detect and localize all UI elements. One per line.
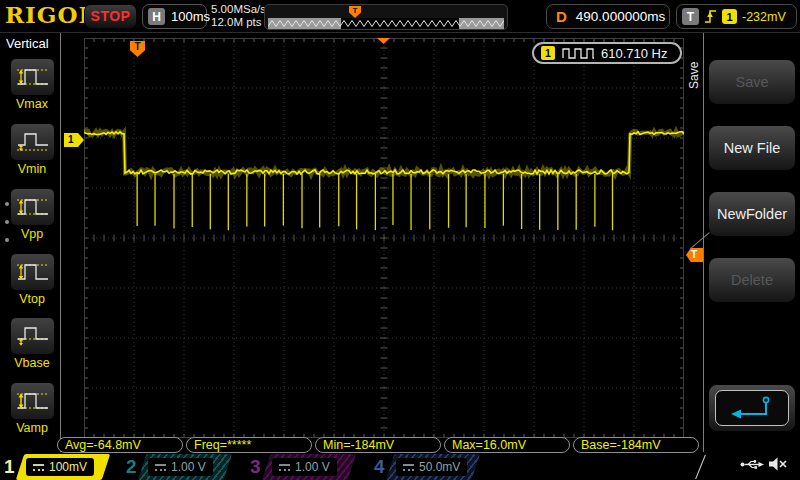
horizontal-timebase-box: H 100ms: [142, 4, 207, 29]
back-button[interactable]: [708, 384, 796, 432]
trigger-source-badge: 1: [722, 9, 737, 24]
dc-coupling-icon: [155, 464, 166, 471]
channel1-waveform: [84, 38, 684, 438]
dc-coupling-icon: [33, 464, 44, 471]
return-arrow-icon: [715, 390, 789, 426]
dc-coupling-icon: [403, 464, 414, 471]
save-button[interactable]: Save: [708, 59, 796, 105]
channel1-scale: 100mV: [26, 458, 94, 476]
menu-item-vmin[interactable]: [10, 123, 55, 161]
sample-rate: 5.00MSa/s: [211, 3, 266, 16]
menu-item-vmax-label: Vmax: [0, 97, 64, 111]
menu-item-vbase[interactable]: [10, 317, 55, 355]
memory-depth: 12.0M pts: [211, 16, 266, 29]
run-state-indicator[interactable]: STOP: [84, 4, 137, 29]
left-menu-title: Vertical: [6, 36, 49, 51]
menu-item-vamp-label: Vamp: [0, 421, 64, 435]
preview-wave-icon: [268, 18, 504, 29]
vmin-icon: [15, 130, 51, 154]
menu-item-vbase-label: Vbase: [0, 356, 64, 370]
delete-button[interactable]: Delete: [708, 257, 796, 303]
vmax-icon: [15, 65, 51, 89]
new-file-button[interactable]: New File: [708, 125, 796, 171]
freq-counter-channel-badge: 1: [541, 46, 555, 60]
menu-item-vtop-label: Vtop: [0, 292, 64, 306]
frequency-counter: 1 610.710 Hz: [532, 42, 682, 64]
vamp-icon: [15, 389, 51, 413]
menu-item-vmax[interactable]: [10, 58, 55, 96]
acquisition-info: 5.00MSa/s 12.0M pts: [211, 3, 266, 29]
usb-icon: [740, 457, 765, 472]
freq-counter-value: 610.710 Hz: [601, 46, 668, 61]
menu-item-vmin-label: Vmin: [0, 162, 64, 176]
channel2-scale: 1.00 V: [148, 458, 213, 476]
horizontal-icon: H: [148, 8, 165, 25]
vtop-icon: [15, 260, 51, 284]
square-wave-icon: [561, 47, 595, 60]
delay-icon: D: [556, 8, 567, 25]
delay-value: 490.000000ms: [576, 9, 665, 24]
waveform-preview-strip: T: [264, 4, 508, 30]
measurement-freq: Freq=*****: [186, 437, 312, 453]
right-menu-notch: [690, 232, 711, 249]
menu-item-vtop[interactable]: [10, 253, 55, 291]
dc-coupling-icon: [279, 464, 290, 471]
right-menu-border: [703, 33, 704, 452]
measurement-max: Max=16.0mV: [444, 437, 570, 453]
measurement-min: Min=-184mV: [315, 437, 441, 453]
rising-edge-icon: [704, 8, 717, 25]
channel2-tab[interactable]: 2: [126, 454, 137, 480]
measurement-avg: Avg=-64.8mV: [57, 437, 183, 453]
rigol-logo: RIGOL: [5, 1, 96, 28]
trigger-level-marker: T: [686, 248, 703, 262]
menu-page-dot: [5, 220, 9, 224]
menu-page-dot: [5, 238, 9, 242]
menu-item-vamp[interactable]: [10, 382, 55, 420]
channel2-scale-value: 1.00 V: [171, 460, 206, 474]
speaker-muted-icon: [767, 456, 789, 472]
status-divider: [695, 455, 706, 479]
channel4-tab[interactable]: 4: [374, 454, 385, 480]
right-menu-tab: Save: [687, 44, 702, 106]
channel1-scale-value: 100mV: [49, 460, 87, 474]
menu-item-vpp-label: Vpp: [0, 227, 64, 241]
oscilloscope-screen: RIGOL STOP H 100ms 5.00MSa/s 12.0M pts T…: [0, 0, 800, 480]
channel4-scale: 50.0mV: [396, 458, 467, 476]
menu-item-vpp[interactable]: [10, 188, 55, 226]
menu-page-dot: [5, 202, 9, 206]
measurement-base: Base=-184mV: [573, 437, 699, 453]
channel4-scale-value: 50.0mV: [419, 460, 460, 474]
new-folder-button[interactable]: NewFolder: [708, 191, 796, 237]
preview-trigger-marker: T: [349, 6, 361, 18]
topbar-divider: [0, 32, 800, 33]
trigger-readout-box: T 1 -232mV: [676, 4, 797, 29]
delay-readout-box: D 490.000000ms: [546, 4, 670, 29]
trigger-icon: T: [682, 8, 699, 25]
left-menu-border: [60, 33, 61, 452]
trigger-level-value: -232mV: [742, 10, 786, 24]
vbase-icon: [15, 324, 51, 348]
vpp-icon: [15, 195, 51, 219]
channel3-tab[interactable]: 3: [250, 454, 261, 480]
channel1-level-marker: 1: [64, 133, 84, 147]
channel3-scale-value: 1.00 V: [295, 460, 330, 474]
timebase-value: 100ms: [171, 9, 210, 24]
channel1-tab[interactable]: 1: [4, 454, 15, 480]
channel3-scale: 1.00 V: [272, 458, 337, 476]
